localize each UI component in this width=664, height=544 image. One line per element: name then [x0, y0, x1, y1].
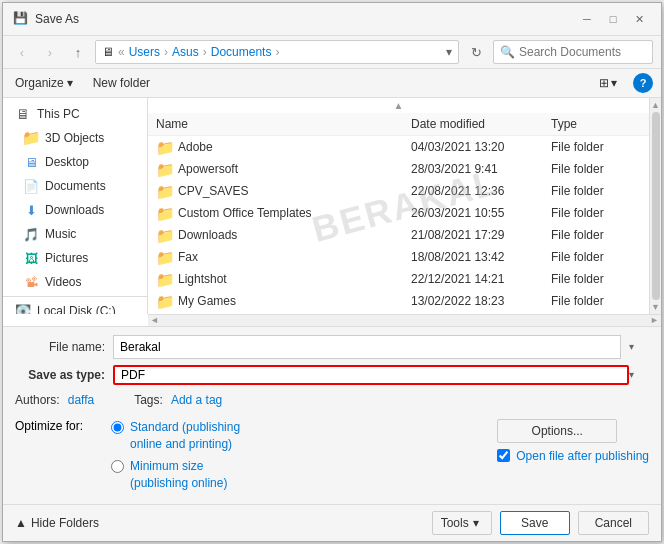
tools-button[interactable]: Tools ▾: [432, 511, 492, 535]
scroll-thumb[interactable]: [652, 112, 660, 300]
sidebar-label-pictures: Pictures: [45, 251, 88, 265]
search-box: 🔍: [493, 40, 653, 64]
btn-group: Options... Open file after publishing: [497, 419, 649, 463]
file-list-header: Name Date modified Type: [148, 113, 649, 136]
h-scroll-right[interactable]: ►: [650, 315, 659, 325]
filename-input[interactable]: [113, 335, 621, 359]
scroll-up-indicator[interactable]: ▲: [148, 98, 649, 113]
table-row[interactable]: 📁 Fax 18/08/2021 13:42 File folder: [148, 246, 649, 268]
cancel-button[interactable]: Cancel: [578, 511, 649, 535]
close-button[interactable]: ✕: [627, 9, 651, 29]
column-modified[interactable]: Date modified: [411, 117, 551, 131]
file-type: File folder: [551, 272, 641, 286]
new-folder-button[interactable]: New folder: [89, 74, 154, 92]
folder-icon: 📁: [156, 293, 172, 309]
sidebar-item-documents[interactable]: 📄 Documents: [3, 174, 147, 198]
optimize-minimum-text: Minimum size (publishing online): [130, 458, 227, 492]
table-row[interactable]: 📁 Lightshot 22/12/2021 14:21 File folder: [148, 268, 649, 290]
videos-icon: 📽: [23, 274, 39, 290]
table-row[interactable]: 📁 My Games 13/02/2022 18:23 File folder: [148, 290, 649, 312]
folder-icon: 📁: [156, 183, 172, 199]
tags-label: Tags:: [134, 393, 163, 407]
footer-buttons: Tools ▾ Save Cancel: [432, 511, 649, 535]
optimize-minimum-label[interactable]: Minimum size (publishing online): [111, 458, 240, 492]
h-scroll-left[interactable]: ◄: [150, 315, 159, 325]
sidebar-item-desktop[interactable]: 🖥 Desktop: [3, 150, 147, 174]
sidebar-label-desktop: Desktop: [45, 155, 89, 169]
save-button[interactable]: Save: [500, 511, 570, 535]
options-button[interactable]: Options...: [497, 419, 617, 443]
folder-icon: 📁: [156, 227, 172, 243]
sidebar-item-downloads[interactable]: ⬇ Downloads: [3, 198, 147, 222]
sidebar-item-music[interactable]: 🎵 Music: [3, 222, 147, 246]
breadcrumb-users[interactable]: Users: [129, 45, 160, 59]
file-modified: 22/08/2021 12:36: [411, 184, 551, 198]
sidebar-label-videos: Videos: [45, 275, 81, 289]
tags-value[interactable]: Add a tag: [171, 393, 222, 407]
open-after-checkbox[interactable]: [497, 449, 510, 462]
folder-icon: 📁: [156, 205, 172, 221]
sidebar-item-pictures[interactable]: 🖼 Pictures: [3, 246, 147, 270]
savetype-wrapper: PDF ▾: [113, 365, 649, 385]
sidebar-item-videos[interactable]: 📽 Videos: [3, 270, 147, 294]
sidebar-label-documents: Documents: [45, 179, 106, 193]
footer: ▲ Hide Folders Tools ▾ Save Cancel: [3, 504, 661, 541]
music-icon: 🎵: [23, 226, 39, 242]
column-name[interactable]: Name: [156, 117, 411, 131]
breadcrumb: 🖥 « Users › Asus › Documents › ▾: [95, 40, 459, 64]
file-name: Downloads: [178, 228, 411, 242]
search-input[interactable]: [519, 45, 646, 59]
sidebar: 🖥 This PC 📁 3D Objects 🖥 Desktop 📄 Docum…: [3, 98, 148, 314]
up-button[interactable]: ↑: [67, 41, 89, 63]
hide-folders-btn[interactable]: ▲ Hide Folders: [15, 516, 99, 530]
table-row[interactable]: 📁 CPV_SAVES 22/08/2021 12:36 File folder: [148, 180, 649, 202]
file-content: ▲ Name Date modified Type 📁 Adobe 04/03/…: [148, 98, 649, 314]
breadcrumb-documents[interactable]: Documents: [211, 45, 272, 59]
file-list: 📁 Adobe 04/03/2021 13:20 File folder 📁 A…: [148, 136, 649, 314]
scroll-down-btn[interactable]: ▼: [651, 302, 660, 312]
column-type[interactable]: Type: [551, 117, 641, 131]
optimize-standard-radio[interactable]: [111, 421, 124, 434]
authors-label: Authors:: [15, 393, 60, 407]
table-row[interactable]: 📁 Adobe 04/03/2021 13:20 File folder: [148, 136, 649, 158]
sidebar-item-3d-objects[interactable]: 📁 3D Objects: [3, 126, 147, 150]
optimize-standard-text: Standard (publishing online and printing…: [130, 419, 240, 453]
minimize-button[interactable]: ─: [575, 9, 599, 29]
optimize-label: Optimize for:: [15, 419, 83, 433]
organize-label: Organize: [15, 76, 64, 90]
view-options[interactable]: ⊞ ▾: [595, 74, 621, 92]
filename-dropdown[interactable]: ▾: [629, 341, 649, 352]
file-type: File folder: [551, 184, 641, 198]
sidebar-item-local-disk[interactable]: 💽 Local Disk (C:): [3, 299, 147, 314]
optimize-minimum-radio[interactable]: [111, 460, 124, 473]
downloads-icon: ⬇: [23, 202, 39, 218]
maximize-button[interactable]: □: [601, 9, 625, 29]
breadcrumb-asus[interactable]: Asus: [172, 45, 199, 59]
optimize-standard-label[interactable]: Standard (publishing online and printing…: [111, 419, 240, 453]
options-row: Optimize for: Standard (publishing onlin…: [15, 415, 649, 496]
sidebar-item-this-pc[interactable]: 🖥 This PC: [3, 102, 147, 126]
table-row[interactable]: 📁 Custom Office Templates 26/03/2021 10:…: [148, 202, 649, 224]
scroll-up-btn[interactable]: ▲: [651, 100, 660, 110]
hide-folders-chevron: ▲: [15, 516, 27, 530]
authors-value[interactable]: daffa: [68, 393, 94, 407]
open-after-label[interactable]: Open file after publishing: [497, 449, 649, 463]
savetype-field[interactable]: PDF: [113, 365, 629, 385]
forward-button[interactable]: ›: [39, 41, 61, 63]
breadcrumb-dropdown[interactable]: ▾: [446, 45, 452, 59]
file-type: File folder: [551, 228, 641, 242]
file-name: My Games: [178, 294, 411, 308]
filename-label: File name:: [15, 340, 105, 354]
table-row[interactable]: 📁 Apowersoft 28/03/2021 9:41 File folder: [148, 158, 649, 180]
file-modified: 28/03/2021 9:41: [411, 162, 551, 176]
organize-button[interactable]: Organize ▾: [11, 74, 77, 92]
savetype-dropdown[interactable]: ▾: [629, 369, 649, 380]
h-scrollbar[interactable]: ◄ ►: [148, 314, 661, 326]
back-button[interactable]: ‹: [11, 41, 33, 63]
refresh-button[interactable]: ↻: [465, 41, 487, 63]
sidebar-label-this-pc: This PC: [37, 107, 80, 121]
table-row[interactable]: 📁 Downloads 21/08/2021 17:29 File folder: [148, 224, 649, 246]
help-button[interactable]: ?: [633, 73, 653, 93]
file-name: Fax: [178, 250, 411, 264]
scrollbar[interactable]: ▲ ▼: [649, 98, 661, 314]
